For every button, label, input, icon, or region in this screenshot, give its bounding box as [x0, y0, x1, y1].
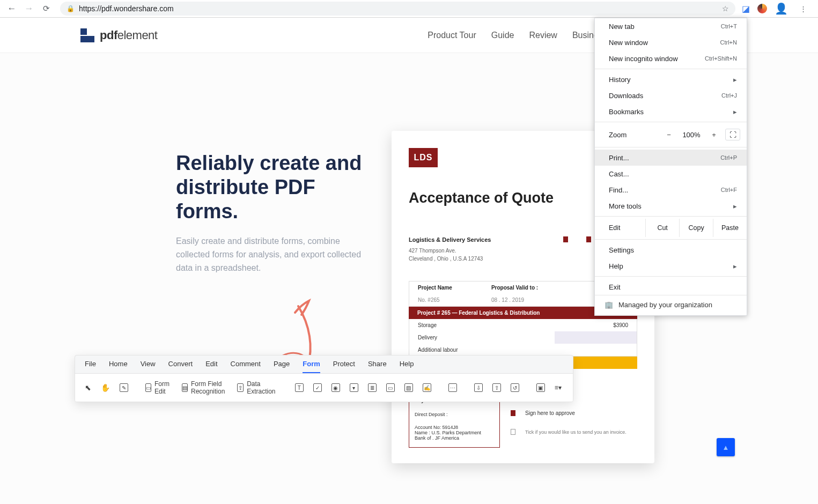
- button-tool[interactable]: ▭: [383, 381, 398, 394]
- menu-paste[interactable]: Paste: [713, 219, 747, 237]
- tab-comment[interactable]: Comment: [231, 360, 261, 373]
- nav-review[interactable]: Review: [529, 31, 557, 40]
- nav-guide[interactable]: Guide: [491, 31, 514, 40]
- reset-tool[interactable]: ↺: [507, 381, 522, 394]
- tab-share[interactable]: Share: [368, 360, 387, 373]
- checkbox-icon: [511, 429, 515, 435]
- form-edit-button[interactable]: ▭Form Edit: [142, 378, 175, 397]
- forward-button[interactable]: →: [21, 1, 36, 16]
- menu-bookmarks[interactable]: Bookmarks▸: [595, 103, 747, 120]
- extension-icon-2[interactable]: [757, 4, 767, 13]
- menu-downloads[interactable]: DownloadsCtrl+J: [595, 87, 747, 103]
- scroll-top-button[interactable]: ▲: [717, 438, 735, 456]
- menu-exit[interactable]: Exit: [595, 279, 747, 295]
- hand-tool[interactable]: ✋: [98, 381, 113, 394]
- star-icon[interactable]: ☆: [722, 4, 729, 13]
- logo-text: pdfelement: [100, 28, 157, 42]
- tab-file[interactable]: File: [85, 360, 96, 373]
- more-fields-tool[interactable]: ⋯: [445, 381, 460, 394]
- marker-icon: [586, 236, 591, 242]
- radio-tool[interactable]: ◉: [328, 381, 343, 394]
- template-tool[interactable]: ▣: [533, 381, 548, 394]
- signature-tool[interactable]: ✍: [419, 381, 434, 394]
- tab-convert[interactable]: Convert: [168, 360, 193, 373]
- data-extraction-button[interactable]: ⇪Data Extraction: [234, 378, 281, 397]
- browser-toolbar: ← → ⟳ 🔒 https://pdf.wondershare.com ☆ ◪ …: [0, 0, 818, 18]
- menu-help[interactable]: Help▸: [595, 258, 747, 274]
- menu-settings[interactable]: Settings: [595, 242, 747, 258]
- profile-icon[interactable]: 👤: [775, 2, 788, 15]
- nav-product-tour[interactable]: Product Tour: [428, 31, 476, 40]
- building-icon: 🏢: [605, 301, 613, 309]
- menu-history[interactable]: History▸: [595, 71, 747, 87]
- zoom-in-button[interactable]: +: [707, 131, 721, 139]
- tab-view[interactable]: View: [141, 360, 156, 373]
- tab-protect[interactable]: Protect: [333, 360, 355, 373]
- menu-zoom: Zoom − 100% + ⛶: [595, 124, 747, 145]
- logo[interactable]: pdfelement: [80, 28, 157, 42]
- address-bar[interactable]: 🔒 https://pdf.wondershare.com ☆: [60, 2, 735, 16]
- reload-button[interactable]: ⟳: [39, 1, 54, 16]
- lock-icon: 🔒: [67, 5, 75, 12]
- menu-cut[interactable]: Cut: [646, 219, 680, 237]
- text-field-tool[interactable]: T: [292, 381, 307, 394]
- zoom-out-button[interactable]: −: [662, 131, 676, 139]
- browser-menu-button[interactable]: ⋮: [795, 1, 810, 16]
- extension-icon-1[interactable]: ◪: [742, 4, 750, 14]
- hero-body: Easily create and distribute forms, comb…: [176, 235, 374, 275]
- menu-copy[interactable]: Copy: [680, 219, 713, 237]
- marker-icon: [511, 410, 515, 416]
- doc-badge: LDS: [409, 148, 438, 167]
- editor-tabs: File Home View Convert Edit Comment Page…: [75, 355, 573, 374]
- logo-mark-icon: [80, 28, 94, 42]
- checkbox-tool[interactable]: ✓: [310, 381, 325, 394]
- hero-title: Reliably create and distribute PDF forms…: [176, 151, 374, 223]
- import-tool[interactable]: ⇩: [471, 381, 486, 394]
- menu-incognito[interactable]: New incognito windowCtrl+Shift+N: [595, 50, 747, 66]
- extension-tray: ◪ 👤 ⋮: [742, 1, 814, 16]
- menu-new-tab[interactable]: New tabCtrl+T: [595, 18, 747, 34]
- url-text: https://pdf.wondershare.com: [79, 4, 174, 13]
- align-right-tool[interactable]: ≡▾: [570, 382, 573, 394]
- menu-new-window[interactable]: New windowCtrl+N: [595, 34, 747, 50]
- zoom-value: 100%: [680, 131, 703, 139]
- menu-edit-label: Edit: [595, 219, 646, 237]
- image-tool[interactable]: ▧: [401, 381, 416, 394]
- browser-menu: New tabCtrl+T New windowCtrl+N New incog…: [594, 18, 747, 316]
- marker-icon: [563, 236, 568, 242]
- tab-form[interactable]: Form: [303, 360, 320, 373]
- editor-tools: ⬉ ✋ ✎ ▭Form Edit ▤Form Field Recognition…: [75, 374, 573, 402]
- tab-help[interactable]: Help: [400, 360, 414, 373]
- select-tool[interactable]: ⬉: [82, 381, 94, 394]
- menu-managed[interactable]: 🏢 Managed by your organization: [595, 295, 747, 315]
- hero: Reliably create and distribute PDF forms…: [176, 151, 374, 275]
- export-tool[interactable]: ⇧: [489, 381, 504, 394]
- tab-edit[interactable]: Edit: [205, 360, 217, 373]
- doc-section: Logistics & Delivery Services: [409, 236, 491, 243]
- line-items-table: Storage$3900 Delivery Additional labour: [409, 319, 637, 357]
- back-button[interactable]: ←: [4, 1, 19, 16]
- fullscreen-button[interactable]: ⛶: [725, 129, 740, 140]
- form-recognition-button[interactable]: ▤Form Field Recognition: [179, 378, 231, 397]
- menu-more-tools[interactable]: More tools▸: [595, 198, 747, 214]
- triangle-up-icon: ▲: [723, 443, 729, 451]
- menu-cast[interactable]: Cast...: [595, 166, 747, 182]
- menu-print[interactable]: Print...Ctrl+P: [595, 150, 747, 166]
- doc-address: 427 Thompson Ave. Cleveland , Ohio , U.S…: [409, 247, 491, 263]
- listbox-tool[interactable]: ≣: [365, 381, 380, 394]
- menu-find[interactable]: Find...Ctrl+F: [595, 182, 747, 198]
- align-left-tool[interactable]: ≡▾: [551, 382, 565, 394]
- menu-edit-row: Edit Cut Copy Paste: [595, 219, 747, 237]
- editor-toolbar: File Home View Convert Edit Comment Page…: [75, 355, 573, 402]
- combobox-tool[interactable]: ▾: [347, 381, 362, 394]
- tab-page[interactable]: Page: [274, 360, 290, 373]
- tab-home[interactable]: Home: [109, 360, 128, 373]
- edit-tool[interactable]: ✎: [116, 381, 131, 394]
